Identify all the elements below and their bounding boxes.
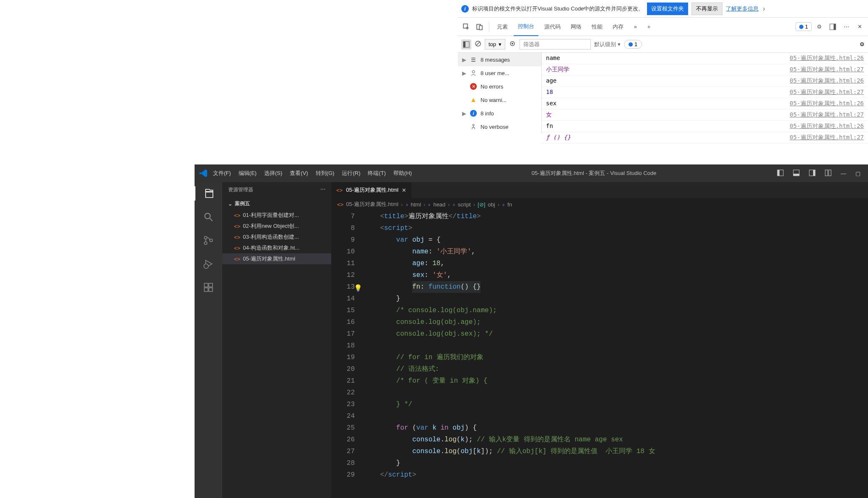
filter-input[interactable]: [520, 39, 591, 50]
minimize-button[interactable]: —: [837, 169, 850, 178]
log-value: 小王同学: [546, 66, 569, 73]
close-tab-icon[interactable]: ✕: [402, 187, 406, 193]
svg-line-26: [210, 218, 213, 221]
inspect-icon[interactable]: [460, 21, 472, 33]
menu-edit[interactable]: 编辑(E): [236, 168, 259, 179]
add-tab-icon[interactable]: ＋: [643, 21, 655, 33]
clear-console-icon[interactable]: [475, 40, 481, 48]
source-link[interactable]: 05-遍历对象属性.html:26: [790, 123, 864, 130]
svg-rect-20: [793, 174, 799, 176]
sidebar-user-messages[interactable]: ▶8 user me...: [458, 66, 541, 80]
menu-help[interactable]: 帮助(H): [391, 168, 414, 179]
chevron-down-icon: ▾: [618, 41, 621, 47]
menu-select[interactable]: 选择(S): [262, 168, 285, 179]
console-log-line: 1805-遍历对象属性.html:27: [542, 87, 868, 98]
issues-badge-toolbar[interactable]: 1: [624, 40, 642, 49]
crumb-fn[interactable]: fn: [507, 201, 512, 208]
sidebar-messages[interactable]: ▶☰8 messages: [458, 53, 541, 66]
tab-filename: 05-遍历对象属性.html: [346, 186, 398, 194]
layout-icon-2[interactable]: [790, 168, 803, 179]
activity-debug-icon[interactable]: [201, 257, 216, 271]
editor-tab[interactable]: <> 05-遍历对象属性.html ✕: [331, 182, 411, 198]
layout-icon-3[interactable]: [806, 168, 819, 179]
object-icon: [⊘]: [478, 201, 485, 208]
sidebar-errors[interactable]: ✕No errors: [458, 80, 541, 93]
issues-badge[interactable]: 1: [795, 22, 812, 31]
file-name: 03-利用构造函数创建...: [243, 233, 299, 241]
dont-show-button[interactable]: 不再显示: [691, 3, 722, 15]
menu-terminal[interactable]: 终端(T): [365, 168, 388, 179]
source-link[interactable]: 05-遍历对象属性.html:27: [790, 134, 864, 141]
file-item[interactable]: <>01-利用字面量创建对...: [222, 210, 331, 221]
tab-elements[interactable]: 元素: [493, 18, 512, 36]
console-log-line: 女05-遍历对象属性.html:27: [542, 110, 868, 121]
menu-file[interactable]: 文件(F): [211, 168, 234, 179]
log-level-selector[interactable]: 默认级别▾: [594, 41, 621, 48]
menu-goto[interactable]: 转到(G): [313, 168, 337, 179]
code-editor[interactable]: <title>遍历对象属性</title> <script> var obj =…: [364, 211, 868, 498]
more-tabs-icon[interactable]: »: [629, 21, 641, 33]
tab-performance[interactable]: 性能: [587, 18, 607, 36]
settings-gear-icon[interactable]: ⚙: [813, 21, 825, 33]
svg-rect-34: [209, 283, 213, 287]
layout-icon[interactable]: [774, 168, 787, 179]
activity-search-icon[interactable]: [201, 210, 216, 224]
activity-extensions-icon[interactable]: [201, 280, 216, 295]
file-item[interactable]: <>05-遍历对象属性.html: [222, 253, 331, 264]
crumb-obj[interactable]: obj: [488, 201, 495, 208]
sidebar-warnings[interactable]: ▲No warni...: [458, 93, 541, 107]
project-folder[interactable]: ⌄案例五: [222, 198, 331, 210]
source-link[interactable]: 05-遍历对象属性.html:26: [790, 77, 864, 85]
sidebar-verbose[interactable]: No verbose: [458, 120, 541, 133]
crumb-head[interactable]: head: [433, 201, 445, 208]
source-link[interactable]: 05-遍历对象属性.html:27: [790, 111, 864, 119]
crumb-file[interactable]: 05-遍历对象属性.html: [346, 201, 398, 208]
line-number: 9: [331, 234, 355, 246]
tab-sources[interactable]: 源代码: [540, 18, 565, 36]
tab-network[interactable]: 网络: [567, 18, 586, 36]
menu-run[interactable]: 运行(R): [339, 168, 363, 179]
activity-explorer-icon[interactable]: [195, 186, 222, 201]
file-item[interactable]: <>03-利用构造函数创建...: [222, 232, 331, 242]
console-settings-icon[interactable]: ⚙: [860, 41, 865, 47]
notif-text: 标识项目的根文件夹以打开Visual Studio Code中的源文件并同步更改…: [472, 5, 644, 13]
source-link[interactable]: 05-遍历对象属性.html:27: [790, 66, 864, 73]
dock-icon[interactable]: [827, 21, 839, 33]
activity-scm-icon[interactable]: [201, 233, 216, 248]
kebab-icon[interactable]: ⋯: [840, 21, 852, 33]
context-selector[interactable]: top▾: [485, 39, 505, 50]
log-value: fn: [546, 123, 553, 130]
lightbulb-icon[interactable]: 💡: [354, 283, 362, 295]
more-icon[interactable]: ⋯: [320, 186, 325, 193]
source-link[interactable]: 05-遍历对象属性.html:26: [790, 100, 864, 107]
file-name: 05-遍历对象属性.html: [243, 255, 295, 263]
source-link[interactable]: 05-遍历对象属性.html:26: [790, 55, 864, 62]
maximize-button[interactable]: ▢: [852, 169, 864, 178]
learn-more-link[interactable]: 了解更多信息: [726, 5, 759, 13]
svg-rect-22: [813, 170, 815, 176]
svg-rect-33: [209, 288, 213, 292]
close-icon[interactable]: ✕: [854, 21, 865, 33]
line-number: 21: [331, 375, 355, 387]
line-number: 23: [331, 399, 355, 410]
console-log-line: 小王同学05-遍历对象属性.html:27: [542, 64, 868, 76]
set-root-folder-button[interactable]: 设置根文件夹: [647, 3, 688, 15]
crumb-script[interactable]: script: [458, 201, 471, 208]
source-link[interactable]: 05-遍历对象属性.html:27: [790, 89, 864, 96]
sidebar-info[interactable]: ▶i8 info: [458, 107, 541, 120]
triangle-icon: ▶: [462, 110, 466, 117]
device-toggle-icon[interactable]: [474, 21, 486, 33]
html-file-icon: <>: [337, 201, 343, 208]
live-expression-icon[interactable]: [509, 40, 516, 49]
svg-point-11: [472, 70, 475, 73]
chevron-down-icon: ▾: [499, 41, 502, 47]
menu-view[interactable]: 查看(V): [287, 168, 310, 179]
tab-memory[interactable]: 内存: [608, 18, 628, 36]
layout-icon-4[interactable]: [821, 168, 835, 179]
tab-console[interactable]: 控制台: [514, 18, 538, 36]
file-item[interactable]: <>04-构造函数和对象.ht...: [222, 242, 331, 253]
console-sidebar-toggle[interactable]: [461, 39, 471, 50]
crumb-html[interactable]: html: [411, 201, 421, 208]
file-item[interactable]: <>02-利用new Object创...: [222, 221, 331, 232]
html-file-icon: <>: [336, 187, 343, 193]
